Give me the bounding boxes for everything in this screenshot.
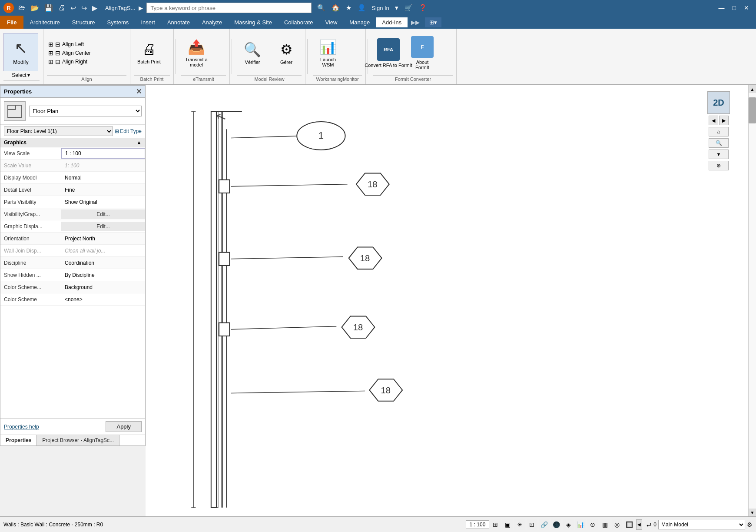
properties-help-link[interactable]: Properties help: [4, 424, 39, 430]
zoom-down-button[interactable]: ▼: [709, 150, 729, 159]
apply-button[interactable]: Apply: [106, 421, 142, 432]
cursor-icon: ↖: [14, 39, 27, 57]
manage-menu[interactable]: Manage: [343, 17, 376, 27]
vertical-scrollbar[interactable]: ▲ ▼: [748, 85, 756, 516]
frame-icon-btn[interactable]: ▣: [502, 519, 513, 530]
structure-menu[interactable]: Structure: [66, 17, 101, 27]
analysis-icon-btn[interactable]: 📊: [575, 519, 586, 530]
grid-icon-btn[interactable]: ⊞: [490, 519, 501, 530]
scale-button[interactable]: 1 : 100: [466, 520, 490, 529]
sun-icon-btn[interactable]: ☀: [514, 519, 525, 530]
prop-row-graphic-display: Graphic Displa... Edit...: [0, 220, 145, 233]
scroll-up-button[interactable]: ▲: [749, 85, 756, 93]
modify-button[interactable]: ↖ Modify: [3, 33, 38, 71]
scroll-thumb[interactable]: [749, 97, 756, 123]
view-menu[interactable]: View: [319, 17, 343, 27]
zoom-object-button[interactable]: 🔍: [709, 138, 729, 148]
render-icon-btn[interactable]: ◈: [563, 519, 574, 530]
redo-button[interactable]: ↪: [80, 3, 89, 13]
align-left-button[interactable]: ⊞ ⊟ Align Left: [47, 40, 92, 48]
new-button[interactable]: 🗁: [17, 3, 27, 13]
graphic-display-edit-button[interactable]: Edit...: [61, 222, 145, 231]
user-icon-btn[interactable]: 👤: [355, 3, 368, 13]
panel-close-button[interactable]: ✕: [136, 87, 142, 96]
properties-scroll[interactable]: View Scale 1 : 100 Scale Value 1: 100 Di…: [0, 147, 145, 418]
scroll-down-button[interactable]: ▼: [749, 509, 756, 516]
more-button[interactable]: ▶: [90, 3, 99, 13]
save-button[interactable]: 💾: [43, 3, 55, 13]
search-input[interactable]: [150, 5, 308, 11]
verifier-icon: 🔍: [244, 41, 261, 58]
help-icon-btn[interactable]: ❓: [417, 3, 429, 13]
view-scale-value[interactable]: 1 : 100: [61, 148, 145, 159]
align-center-button[interactable]: ⊞ ⊟ Align Center: [47, 49, 92, 57]
print-button[interactable]: 🖨: [56, 3, 67, 13]
nav-cube-2d-button[interactable]: 2D: [707, 91, 730, 114]
nav-left-button[interactable]: ◀: [709, 116, 718, 125]
wsm-button[interactable]: 📊 Launch WSM: [313, 34, 343, 72]
home-icon-btn[interactable]: 🏠: [329, 3, 342, 13]
view-level-select[interactable]: Floor Plan: Level 1(1): [4, 126, 113, 136]
search-icon-btn[interactable]: 🔍: [315, 3, 328, 13]
cart-icon-btn[interactable]: 🛒: [402, 3, 415, 13]
scroll-up-icon[interactable]: ▲: [136, 140, 142, 146]
reveal-icon-btn[interactable]: ◎: [612, 519, 622, 530]
open-button[interactable]: 📂: [29, 3, 41, 13]
verifier-button[interactable]: 🔍 Vérifier: [237, 34, 268, 72]
file-menu-item[interactable]: File: [0, 16, 23, 29]
crop-icon-btn[interactable]: ⊡: [527, 519, 537, 530]
signin-dropdown[interactable]: ▾: [393, 3, 401, 13]
properties-tab[interactable]: Properties: [0, 435, 37, 446]
prop-row-scale-value: Scale Value 1: 100: [0, 160, 145, 172]
target-icon-button[interactable]: ⊕: [709, 161, 729, 170]
close-button[interactable]: ✕: [740, 3, 753, 12]
star-icon-btn[interactable]: ★: [344, 3, 354, 13]
window-controls: — □ ✕: [715, 3, 753, 12]
convert-rfa-button[interactable]: RFA Convert RFA to FormIt: [373, 34, 404, 72]
maximize-button[interactable]: □: [729, 3, 739, 12]
settings-icon-btn[interactable]: ⚙: [747, 521, 753, 528]
ribbon-options-btn[interactable]: ⊞▾: [425, 17, 441, 27]
architecture-menu[interactable]: Architecture: [23, 17, 66, 27]
batch-print-button[interactable]: 🖨 Batch Print: [134, 34, 164, 72]
expand-status-btn[interactable]: ◀: [636, 519, 642, 530]
floor-plan-dropdown[interactable]: Floor Plan: [29, 106, 142, 116]
point-icon-btn[interactable]: ⊙: [587, 519, 598, 530]
systems-menu[interactable]: Systems: [101, 17, 135, 27]
workset-select[interactable]: Main Model: [658, 520, 745, 529]
prop-row-discipline: Discipline Coordination: [0, 257, 145, 269]
prop-row-display-model: Display Model Normal: [0, 172, 145, 184]
minimize-button[interactable]: —: [715, 3, 728, 12]
gerer-button[interactable]: ⚙ Gérer: [271, 34, 302, 72]
temp-hide-btn[interactable]: 🔲: [624, 519, 634, 530]
path-icon-btn[interactable]: 🔗: [539, 519, 549, 530]
drawing-area[interactable]: ↖ 1 18: [146, 85, 756, 516]
insert-menu[interactable]: Insert: [135, 17, 161, 27]
analyze-menu[interactable]: Analyze: [196, 17, 228, 27]
massing-menu[interactable]: Massing & Site: [228, 17, 278, 27]
visibility-label: Visibility/Grap...: [0, 209, 61, 219]
etransmit-tools: 📤 Transmit a model: [181, 30, 226, 75]
sync-icon-btn[interactable]: ⇄: [647, 521, 652, 528]
annotate-menu[interactable]: Annotate: [161, 17, 196, 27]
shadow-icon-btn[interactable]: 🌑: [551, 519, 561, 530]
section-icon-btn[interactable]: ▥: [600, 519, 610, 530]
edit-type-label: Edit Type: [120, 128, 142, 134]
transmit-button[interactable]: 📤 Transmit a model: [181, 34, 212, 72]
zoom-home-button[interactable]: ⌂: [709, 127, 729, 136]
collaborate-menu[interactable]: Collaborate: [278, 17, 319, 27]
transmit-icon: 📤: [188, 39, 205, 55]
align-left-icon2: ⊟: [55, 41, 60, 48]
undo-button[interactable]: ↩: [69, 3, 78, 13]
nav-right-button[interactable]: ▶: [719, 116, 729, 125]
align-right-button[interactable]: ⊞ ⊟ Align Right: [47, 58, 92, 66]
about-formit-button[interactable]: F About FormIt: [407, 34, 438, 72]
edit-type-button[interactable]: ⊞ Edit Type: [115, 128, 142, 134]
more-tabs-btn[interactable]: ▶▶: [408, 17, 423, 27]
select-dropdown[interactable]: Select ▾: [12, 72, 30, 78]
align-right-icon2: ⊟: [55, 58, 60, 65]
addins-menu[interactable]: Add-Ins: [376, 17, 408, 27]
formit-group-label: FormIt Converter: [373, 75, 453, 83]
project-browser-tab[interactable]: Project Browser - AlignTagSc...: [37, 435, 119, 446]
visibility-edit-button[interactable]: Edit...: [61, 209, 145, 219]
